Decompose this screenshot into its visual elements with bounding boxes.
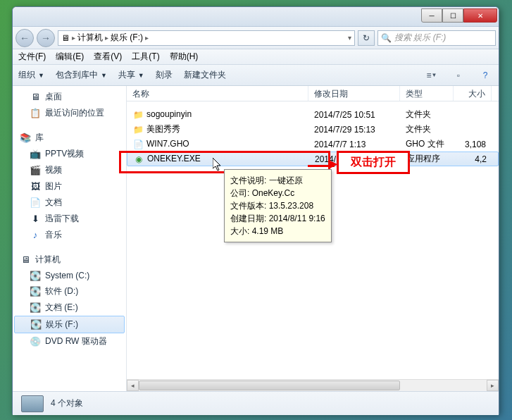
sidebar-item-pictures[interactable]: 🖼图片 <box>13 178 126 194</box>
recent-icon: 📋 <box>30 108 41 119</box>
dvd-icon: 💿 <box>30 336 41 347</box>
scroll-track[interactable] <box>139 380 487 391</box>
sidebar-item-dvdrw[interactable]: 💿DVD RW 驱动器 <box>13 333 126 350</box>
toolbar-new-folder[interactable]: 新建文件夹 <box>184 69 226 81</box>
file-tooltip: 文件说明: 一键还原 公司: OneKey.Cc 文件版本: 13.5.23.2… <box>224 169 332 242</box>
toolbar: 组织 ▼ 包含到库中 ▼ 共享 ▼ 刻录 新建文件夹 ≡ ▼ ▫ ? <box>13 65 499 86</box>
drive-icon: 💽 <box>30 286 41 297</box>
folder-icon: 📁 <box>132 109 144 121</box>
folder-icon: 📁 <box>132 124 144 135</box>
sidebar-item-drive-e[interactable]: 💽文档 (E:) <box>13 299 126 316</box>
sidebar-item-desktop[interactable]: 🖥桌面 <box>13 89 126 105</box>
desktop-icon: 🖥 <box>30 92 41 103</box>
status-count: 4 个对象 <box>51 397 83 409</box>
help-icon[interactable]: ? <box>477 68 493 83</box>
forward-button[interactable]: → <box>37 29 55 47</box>
toolbar-burn[interactable]: 刻录 <box>156 69 173 81</box>
close-button[interactable]: ✕ <box>463 8 497 23</box>
refresh-button[interactable]: ↻ <box>358 30 375 46</box>
sidebar-item-videos[interactable]: 🎬视频 <box>13 162 126 178</box>
file-row[interactable]: 📁美图秀秀 2014/7/29 15:13 文件夹 <box>127 122 499 137</box>
menu-help[interactable]: 帮助(H) <box>170 51 199 63</box>
sidebar-item-drive-f[interactable]: 💽娱乐 (F:) <box>14 316 125 333</box>
exe-icon: ◉ <box>133 154 144 165</box>
music-icon: ♪ <box>30 230 41 241</box>
file-row[interactable]: 📄WIN7.GHO 2014/7/7 1:13 GHO 文件 3,108 <box>127 137 499 152</box>
status-bar: 4 个对象 <box>13 391 499 415</box>
sidebar-item-documents[interactable]: 📄文档 <box>13 194 126 211</box>
column-size[interactable]: 大小 <box>454 86 492 101</box>
window-controls: ─ ☐ ✕ <box>421 8 497 23</box>
sidebar-item-pptv[interactable]: 📺PPTV视频 <box>13 146 126 162</box>
menu-view[interactable]: 查看(V) <box>94 51 122 63</box>
film-icon: 🎬 <box>30 165 41 176</box>
file-row[interactable]: 📁sogoupinyin 2014/7/25 10:51 文件夹 <box>127 107 499 122</box>
minimize-button[interactable]: ─ <box>421 8 442 23</box>
file-row-selected[interactable]: ◉ONEKEY.EXE 2014/10 应用程序 4,2 <box>127 152 499 166</box>
column-headers: 名称 修改日期 类型 大小 <box>127 86 499 101</box>
drive-status-icon <box>21 395 44 412</box>
scroll-thumb[interactable] <box>139 381 400 390</box>
search-input[interactable]: 🔍 搜索 娱乐 (F:) <box>377 30 496 46</box>
column-modified[interactable]: 修改日期 <box>308 86 400 101</box>
drive-icon: 💽 <box>30 319 42 331</box>
chevron-right-icon: ▸ <box>145 34 149 42</box>
toolbar-include-library[interactable]: 包含到库中 ▼ <box>56 69 107 81</box>
column-name[interactable]: 名称 <box>127 86 308 101</box>
menu-bar: 文件(F) 编辑(E) 查看(V) 工具(T) 帮助(H) <box>13 49 499 65</box>
drive-icon: 💽 <box>30 270 41 281</box>
toolbar-share[interactable]: 共享 ▼ <box>118 69 144 81</box>
chevron-right-icon: ▸ <box>105 34 108 42</box>
scroll-left-button[interactable]: ◂ <box>127 380 139 391</box>
sidebar-item-libraries[interactable]: 📚库 <box>13 130 126 146</box>
file-icon: 📄 <box>132 139 144 150</box>
sidebar-item-recent[interactable]: 📋最近访问的位置 <box>13 105 126 121</box>
nav-bar: ← → 🖥 ▸ 计算机 ▸ 娱乐 (F:) ▸ ▾ ↻ 🔍 搜索 娱乐 (F:) <box>13 27 499 49</box>
video-icon: 📺 <box>30 149 41 160</box>
menu-tools[interactable]: 工具(T) <box>132 51 159 63</box>
horizontal-scrollbar[interactable]: ◂ ▸ <box>127 379 499 391</box>
sidebar-item-computer[interactable]: 🖥计算机 <box>13 252 126 268</box>
computer-icon: 🖥 <box>61 33 70 43</box>
menu-edit[interactable]: 编辑(E) <box>56 51 84 63</box>
cursor-icon <box>213 158 224 175</box>
sidebar-item-xunlei[interactable]: ⬇迅雷下载 <box>13 211 126 227</box>
sidebar: 🖥桌面 📋最近访问的位置 📚库 📺PPTV视频 🎬视频 🖼图片 📄文档 ⬇迅雷下… <box>13 86 127 391</box>
address-bar[interactable]: 🖥 ▸ 计算机 ▸ 娱乐 (F:) ▸ ▾ <box>58 30 355 46</box>
picture-icon: 🖼 <box>30 181 41 192</box>
computer-icon: 🖥 <box>20 254 31 266</box>
breadcrumb-drive-f[interactable]: 娱乐 (F:) <box>111 32 143 44</box>
sidebar-item-music[interactable]: ♪音乐 <box>13 227 126 243</box>
column-type[interactable]: 类型 <box>400 86 454 101</box>
breadcrumb-computer[interactable]: 计算机 <box>77 32 103 44</box>
sidebar-item-drive-d[interactable]: 💽软件 (D:) <box>13 283 126 299</box>
menu-file[interactable]: 文件(F) <box>18 51 46 63</box>
preview-pane-icon[interactable]: ▫ <box>451 68 466 83</box>
chevron-right-icon: ▸ <box>72 34 75 42</box>
document-icon: 📄 <box>30 197 41 209</box>
scroll-right-button[interactable]: ▸ <box>487 380 499 391</box>
toolbar-organize[interactable]: 组织 ▼ <box>18 69 44 81</box>
download-icon: ⬇ <box>30 214 41 225</box>
view-options-icon[interactable]: ≡ ▼ <box>424 68 439 83</box>
search-icon: 🔍 <box>381 33 392 43</box>
titlebar[interactable]: ─ ☐ ✕ <box>13 7 499 27</box>
back-button[interactable]: ← <box>15 29 34 47</box>
address-dropdown-icon[interactable]: ▾ <box>348 34 351 42</box>
maximize-button[interactable]: ☐ <box>442 8 463 23</box>
drive-icon: 💽 <box>30 302 41 314</box>
sidebar-item-drive-c[interactable]: 💽System (C:) <box>13 268 126 283</box>
library-icon: 📚 <box>20 132 31 144</box>
search-placeholder: 搜索 娱乐 (F:) <box>394 32 446 44</box>
